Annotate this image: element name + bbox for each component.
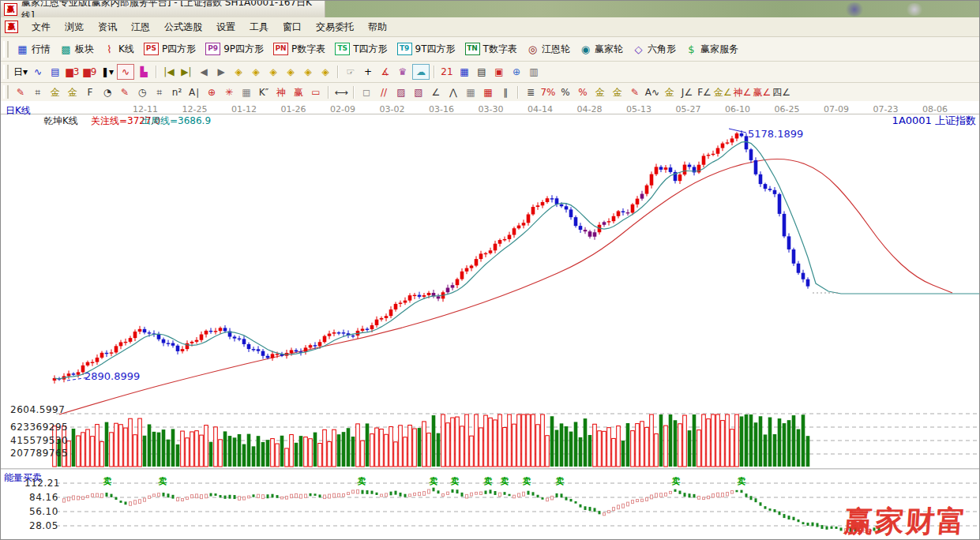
toolbar-grip[interactable] bbox=[3, 85, 9, 98]
menu-5[interactable]: 设置 bbox=[209, 18, 242, 36]
fan-lines-icon[interactable]: // bbox=[376, 85, 392, 99]
zigzag-icon[interactable]: ⋀ bbox=[445, 85, 461, 99]
calendar-icon[interactable]: 21 bbox=[439, 65, 455, 79]
percent-icon[interactable]: % bbox=[558, 85, 573, 99]
circle-cross-icon[interactable]: ⊕ bbox=[204, 85, 220, 99]
save-icon[interactable]: ▣ bbox=[491, 65, 507, 79]
notes-icon[interactable]: ▤ bbox=[47, 65, 63, 79]
t9-square-button[interactable]: T99T四方形 bbox=[392, 41, 460, 58]
gold-comb2-icon[interactable]: 金 bbox=[65, 85, 81, 99]
pane-period-label[interactable]: 日K线 bbox=[6, 104, 31, 118]
p-number-button[interactable]: PNP数字表 bbox=[268, 41, 330, 58]
p-square-button[interactable]: PSP四方形 bbox=[139, 41, 201, 58]
grid-comb-icon[interactable]: ⌗ bbox=[30, 85, 46, 99]
histogram-icon[interactable]: ▙ bbox=[136, 65, 152, 79]
bars-9-icon[interactable]: ▆9 bbox=[82, 65, 98, 79]
angle-lines-icon[interactable]: ∠ bbox=[428, 85, 444, 99]
qiankun-pattern-icon[interactable]: ∿ bbox=[30, 65, 46, 79]
star-grid-icon[interactable]: ✳ bbox=[221, 85, 237, 99]
winner-wheel-button[interactable]: ◉赢家轮 bbox=[575, 41, 628, 58]
comb2-icon[interactable]: ⌗ bbox=[152, 85, 167, 99]
toolbar-grip[interactable] bbox=[3, 41, 9, 58]
f-angle-icon[interactable]: F∠ bbox=[697, 85, 712, 99]
span-icon[interactable]: ⟷ bbox=[333, 85, 349, 99]
ying-icon[interactable]: 赢 bbox=[291, 85, 306, 99]
box-fan-icon[interactable]: ▧ bbox=[411, 85, 426, 99]
ying-angle-icon[interactable]: 赢∠ bbox=[753, 85, 772, 99]
box-grid-icon[interactable]: ▦ bbox=[238, 85, 254, 99]
angle-measure-icon[interactable]: ∡ bbox=[377, 65, 393, 79]
stats-column-icon[interactable]: ≣ bbox=[523, 85, 539, 99]
red-pen-icon[interactable]: ✎ bbox=[117, 85, 133, 99]
marker-pen-icon[interactable]: ✎ bbox=[627, 85, 643, 99]
k-mark-icon[interactable]: K″ bbox=[256, 85, 272, 99]
menu-1[interactable]: 浏览 bbox=[58, 18, 91, 36]
menu-9[interactable]: 帮助 bbox=[361, 18, 394, 36]
gold-underline-icon[interactable]: 金 bbox=[662, 85, 678, 99]
parallel-lines-icon[interactable]: ∥ bbox=[498, 85, 513, 99]
prev-icon[interactable]: ◀ bbox=[196, 65, 212, 79]
report-icon[interactable]: ▤ bbox=[474, 65, 490, 79]
menu-2[interactable]: 资讯 bbox=[91, 18, 124, 36]
menu-0[interactable]: 文件 bbox=[24, 18, 58, 36]
a-wave-icon[interactable]: A∿ bbox=[644, 85, 660, 99]
gold-comb-icon[interactable]: 金 bbox=[47, 85, 63, 99]
price-ruler-icon[interactable]: ▭ bbox=[308, 85, 324, 99]
percent-line7-icon[interactable]: 7% bbox=[540, 85, 556, 99]
f-comb-icon[interactable]: F bbox=[82, 85, 98, 99]
gann-left-icon[interactable]: ◈ bbox=[231, 65, 246, 79]
menu-8[interactable]: 交易委托 bbox=[309, 18, 361, 36]
brain-tool-icon[interactable]: ☁ bbox=[412, 64, 430, 80]
gann-expand-icon[interactable]: ◈ bbox=[265, 65, 281, 79]
gann-grid-icon[interactable]: ▦ bbox=[463, 85, 479, 99]
candle-style-dropdown[interactable]: ❚▾ bbox=[100, 65, 115, 79]
si-angle-icon[interactable]: 四∠ bbox=[772, 85, 790, 99]
quotes-button[interactable]: ▦行情 bbox=[12, 41, 55, 58]
export-web-icon[interactable]: ⊕ bbox=[509, 65, 524, 79]
menu-7[interactable]: 窗口 bbox=[276, 18, 309, 36]
menu-3[interactable]: 江恩 bbox=[124, 18, 157, 36]
hexagon-button[interactable]: ◇六角形 bbox=[628, 41, 681, 58]
menu-6[interactable]: 工具 bbox=[242, 18, 276, 36]
gann-move-icon[interactable]: ◈ bbox=[317, 65, 333, 79]
bars-3-icon[interactable]: ▆3 bbox=[65, 65, 81, 79]
first-page-icon[interactable]: |◀ bbox=[161, 65, 177, 79]
n2-icon[interactable]: n² bbox=[169, 85, 185, 99]
calculator-icon[interactable]: ▦ bbox=[456, 65, 472, 79]
gann-claw-icon[interactable]: ♛ bbox=[395, 65, 411, 79]
gold-line-icon[interactable]: 金 bbox=[610, 85, 625, 99]
j-angle-icon[interactable]: J∠ bbox=[679, 85, 695, 99]
kline-chart-canvas[interactable] bbox=[1, 101, 980, 540]
shen-icon[interactable]: 神 bbox=[273, 85, 289, 99]
compass-pen-icon[interactable]: ✎ bbox=[13, 85, 28, 99]
percent-underline-icon[interactable]: % bbox=[575, 85, 591, 99]
gann-star-icon[interactable]: ◈ bbox=[300, 65, 316, 79]
shen-angle-icon[interactable]: 神∠ bbox=[734, 85, 752, 99]
last-page-icon[interactable]: ▶| bbox=[178, 65, 194, 79]
t-square-button[interactable]: TST四方形 bbox=[330, 41, 392, 58]
gann-cross-icon[interactable]: ◈ bbox=[283, 65, 299, 79]
p9-square-button[interactable]: P99P四方形 bbox=[201, 41, 268, 58]
period-day-dropdown[interactable]: 日▾ bbox=[13, 65, 28, 79]
crosshair-icon[interactable]: + bbox=[360, 65, 376, 79]
send-pc-icon[interactable]: ▥ bbox=[526, 65, 542, 79]
spiral-icon[interactable]: ◔ bbox=[100, 85, 115, 99]
toolbar-grip[interactable] bbox=[3, 65, 9, 79]
next-icon[interactable]: ▶ bbox=[213, 65, 229, 79]
t-number-button[interactable]: TNT数字表 bbox=[460, 41, 522, 58]
clock-icon[interactable]: ◷ bbox=[134, 85, 150, 99]
fan-box-icon[interactable]: ▨ bbox=[393, 85, 409, 99]
sectors-button[interactable]: ▩板块 bbox=[55, 41, 99, 58]
gann-wheel-button[interactable]: ◎江恩轮 bbox=[522, 41, 575, 58]
kline-button[interactable]: ⌇K线 bbox=[99, 41, 139, 58]
grid-arrow-icon[interactable]: ▦ bbox=[480, 85, 496, 99]
pattern-red-icon[interactable]: ∿ bbox=[117, 64, 134, 80]
gold-circle-icon[interactable]: 金 bbox=[592, 85, 608, 99]
square-tool-icon[interactable]: ◻ bbox=[359, 85, 374, 99]
gold-angle-icon[interactable]: 金∠ bbox=[714, 85, 732, 99]
hand-icon[interactable]: ☞ bbox=[343, 65, 359, 79]
chart-area[interactable]: 日K线 乾坤K线 关注线=3727.0 出局线=3686.9 1A0001 上证… bbox=[1, 101, 980, 540]
gann-right-icon[interactable]: ◈ bbox=[248, 65, 264, 79]
winner-service-button[interactable]: $赢家服务 bbox=[681, 41, 743, 58]
menu-4[interactable]: 公式选股 bbox=[157, 18, 209, 36]
